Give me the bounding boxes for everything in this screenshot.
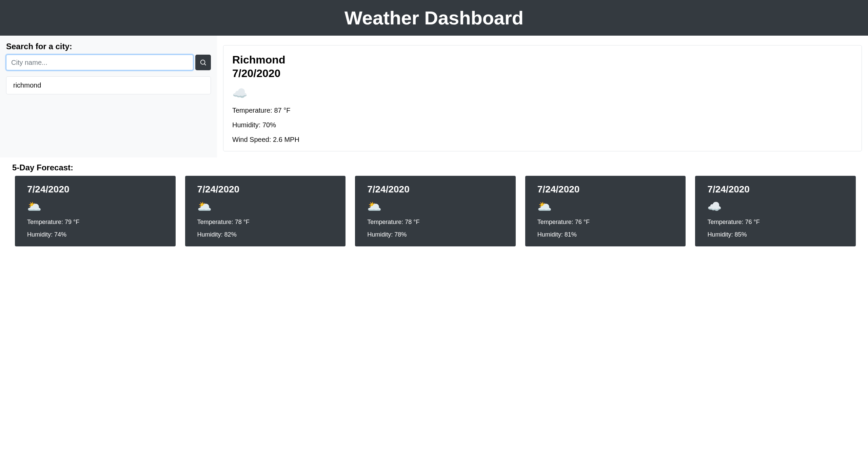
search-button[interactable] [195,55,211,70]
forecast-heading: 5-Day Forecast: [12,163,856,172]
forecast-humidity: Humidity: 81% [537,231,674,238]
content-area: Richmond 7/20/2020 ☁️ Temperature: 87 °F… [217,36,868,157]
forecast-temperature: Temperature: 76 °F [707,219,844,226]
page-title: Weather Dashboard [0,7,868,29]
main-row: Search for a city: richmond Richmond 7/2… [0,36,868,157]
current-weather-card: Richmond 7/20/2020 ☁️ Temperature: 87 °F… [223,45,862,151]
forecast-date: 7/24/2020 [537,184,674,195]
cloud-icon: ☁️ [232,86,853,100]
city-search-input[interactable] [6,55,193,70]
partly-cloudy-icon: 🌥️ [537,200,674,213]
forecast-card: 7/24/2020 🌥️ Temperature: 78 °F Humidity… [185,176,346,246]
forecast-humidity: Humidity: 82% [197,231,334,238]
history-item-label: richmond [13,81,41,89]
forecast-card: 7/24/2020 ☁️ Temperature: 76 °F Humidity… [695,176,856,246]
forecast-temperature: Temperature: 79 °F [27,219,163,226]
history-item[interactable]: richmond [6,76,211,94]
cloud-icon: ☁️ [707,200,844,213]
search-label: Search for a city: [6,42,211,51]
forecast-temperature: Temperature: 76 °F [537,219,674,226]
forecast-card: 7/24/2020 🌥️ Temperature: 79 °F Humidity… [15,176,176,246]
search-row [6,55,211,70]
forecast-date: 7/24/2020 [707,184,844,195]
current-temperature: Temperature: 87 °F [232,107,853,114]
forecast-date: 7/24/2020 [197,184,334,195]
forecast-temperature: Temperature: 78 °F [367,219,504,226]
forecast-humidity: Humidity: 74% [27,231,163,238]
forecast-temperature: Temperature: 78 °F [197,219,334,226]
svg-point-0 [201,60,205,64]
forecast-card: 7/24/2020 🌥️ Temperature: 76 °F Humidity… [525,176,686,246]
partly-cloudy-icon: 🌥️ [27,200,163,213]
page-header: Weather Dashboard [0,0,868,36]
forecast-row: 7/24/2020 🌥️ Temperature: 79 °F Humidity… [12,176,856,246]
search-icon [199,59,207,66]
forecast-humidity: Humidity: 78% [367,231,504,238]
current-city: Richmond [232,54,285,66]
current-humidity: Humidity: 70% [232,121,853,129]
forecast-humidity: Humidity: 85% [707,231,844,238]
forecast-date: 7/24/2020 [367,184,504,195]
svg-line-1 [204,64,206,65]
partly-cloudy-icon: 🌥️ [367,200,504,213]
forecast-section: 5-Day Forecast: 7/24/2020 🌥️ Temperature… [0,157,868,252]
partly-cloudy-icon: 🌥️ [197,200,334,213]
forecast-date: 7/24/2020 [27,184,163,195]
current-date: 7/20/2020 [232,67,280,79]
forecast-card: 7/24/2020 🌥️ Temperature: 78 °F Humidity… [355,176,516,246]
current-heading: Richmond 7/20/2020 [232,53,853,80]
sidebar: Search for a city: richmond [0,36,217,157]
current-wind-speed: Wind Speed: 2.6 MPH [232,136,853,144]
